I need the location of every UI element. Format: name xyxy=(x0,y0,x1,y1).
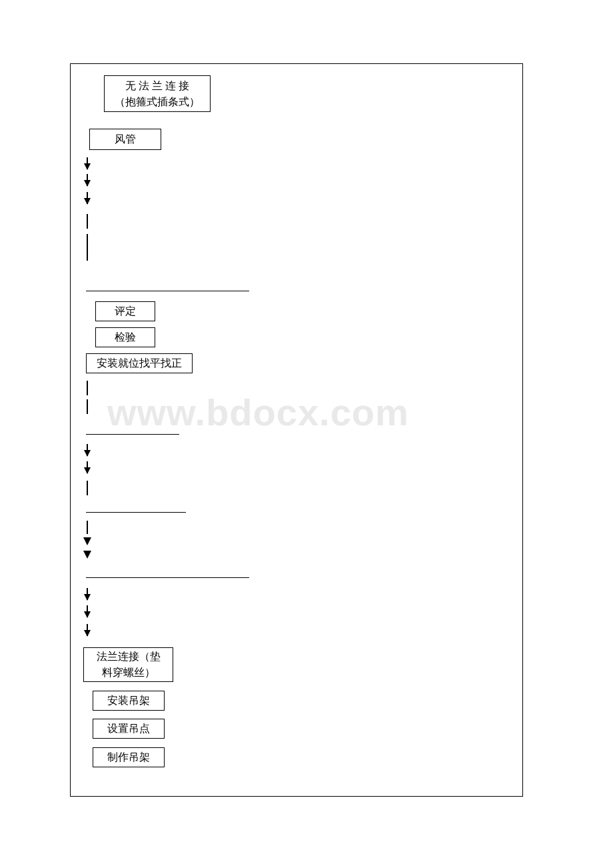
arrow-down-icon xyxy=(87,624,88,636)
vertical-line-icon xyxy=(87,214,88,229)
divider-line xyxy=(86,577,249,578)
arrow-down-icon xyxy=(87,174,88,186)
page-frame: www.bdocx.com 无 法 兰 连 接 （抱箍式插条式） 风管 评定 检… xyxy=(70,63,523,797)
box-fengguan: 风管 xyxy=(89,129,161,150)
arrow-down-icon xyxy=(87,588,88,600)
box-falanlianjie-text: 法兰连接（垫 料穿螺丝） xyxy=(97,649,161,681)
box-shezhidiaodian: 设置吊点 xyxy=(93,719,165,739)
box-anzhuangjiuwei: 安装就位找平找正 xyxy=(86,353,193,373)
divider-line xyxy=(86,512,186,513)
box-top-flangeless-text: 无 法 兰 连 接 （抱箍式插条式） xyxy=(115,78,200,110)
triangle-down-icon xyxy=(83,551,91,559)
box-falanlianjie: 法兰连接（垫 料穿螺丝） xyxy=(83,647,173,682)
vertical-line-icon xyxy=(87,399,88,414)
watermark-text: www.bdocx.com xyxy=(107,391,409,434)
box-jianyan: 检验 xyxy=(95,327,155,347)
arrow-down-icon xyxy=(87,444,88,456)
arrow-down-icon xyxy=(87,157,88,169)
arrow-down-icon xyxy=(87,192,88,204)
box-zhizuodiaojia: 制作吊架 xyxy=(93,747,165,767)
triangle-down-icon xyxy=(83,537,91,545)
arrow-down-icon xyxy=(87,461,88,473)
box-top-flangeless: 无 法 兰 连 接 （抱箍式插条式） xyxy=(104,75,211,112)
vertical-line-icon xyxy=(87,521,88,534)
vertical-line-icon xyxy=(87,234,88,261)
arrow-down-icon xyxy=(87,605,88,617)
page-inner: www.bdocx.com 无 法 兰 连 接 （抱箍式插条式） 风管 评定 检… xyxy=(71,64,522,796)
divider-line xyxy=(86,434,179,435)
vertical-line-icon xyxy=(87,381,88,395)
box-pingding: 评定 xyxy=(95,301,155,321)
box-anzhuangdiaojia: 安装吊架 xyxy=(93,691,165,711)
divider-line xyxy=(86,291,249,291)
vertical-line-icon xyxy=(87,481,88,495)
